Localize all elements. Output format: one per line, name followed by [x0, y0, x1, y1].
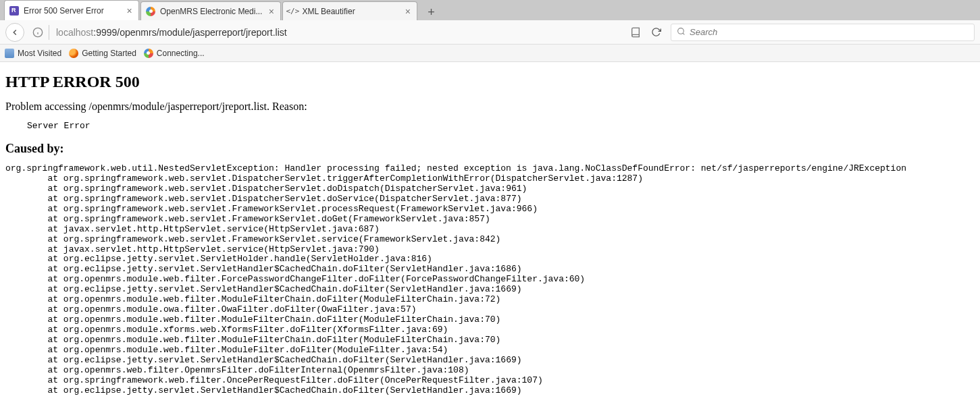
- bookmarks-bar: Most Visited Getting Started Connecting.…: [0, 45, 980, 62]
- url-host: localhost: [56, 27, 93, 38]
- svg-line-4: [683, 33, 684, 34]
- reason-text: Server Error: [27, 121, 975, 131]
- reader-mode-icon[interactable]: [629, 26, 642, 39]
- close-icon[interactable]: ×: [403, 6, 413, 16]
- tab-xml-beautifier[interactable]: </> XML Beautifier ×: [282, 1, 417, 20]
- firefox-icon: [68, 48, 79, 59]
- page-content: HTTP ERROR 500 Problem accessing /openmr…: [0, 62, 980, 413]
- url-port: :9999: [93, 27, 117, 38]
- bookmark-most-visited[interactable]: Most Visited: [4, 48, 61, 59]
- url-input[interactable]: localhost:9999/openmrs/module/jasperrepo…: [53, 24, 626, 41]
- favicon-jr-icon: [9, 5, 20, 16]
- svg-point-3: [678, 28, 684, 34]
- back-button[interactable]: [5, 23, 24, 42]
- error-heading: HTTP ERROR 500: [5, 73, 975, 91]
- close-icon[interactable]: ×: [124, 5, 134, 16]
- stack-trace: org.springframework.web.util.NestedServl…: [5, 164, 975, 396]
- tab-error-500[interactable]: Error 500 Server Error ×: [4, 0, 139, 20]
- problem-prefix: Problem accessing: [5, 101, 89, 112]
- site-info-icon[interactable]: [31, 26, 45, 39]
- tab-title: XML Beautifier: [302, 7, 398, 16]
- bookmark-label: Connecting...: [157, 49, 205, 58]
- most-visited-icon: [4, 48, 15, 59]
- problem-line: Problem accessing /openmrs/module/jasper…: [5, 101, 975, 113]
- tab-openmrs[interactable]: OpenMRS Electronic Medi... ×: [140, 1, 281, 20]
- favicon-code-icon: </>: [287, 6, 298, 17]
- tab-title: Error 500 Server Error: [24, 6, 120, 16]
- bookmark-label: Getting Started: [82, 49, 136, 58]
- url-path: /openmrs/module/jasperreport/jreport.lis…: [117, 27, 286, 38]
- bookmark-connecting[interactable]: Connecting...: [143, 48, 205, 59]
- problem-path: /openmrs/module/jasperreport/jreport.lis…: [89, 101, 267, 112]
- caused-by-heading: Caused by:: [5, 142, 975, 156]
- reload-icon[interactable]: [649, 26, 663, 39]
- problem-suffix: . Reason:: [267, 101, 307, 112]
- divider: [49, 25, 49, 40]
- search-box[interactable]: [671, 24, 975, 41]
- tab-bar: Error 500 Server Error × OpenMRS Electro…: [0, 0, 980, 20]
- new-tab-button[interactable]: +: [421, 4, 440, 20]
- bookmark-label: Most Visited: [18, 49, 61, 58]
- close-icon[interactable]: ×: [266, 6, 276, 16]
- address-bar: localhost:9999/openmrs/module/jasperrepo…: [0, 20, 980, 45]
- tab-title: OpenMRS Electronic Medi...: [160, 7, 262, 16]
- search-icon: [677, 27, 686, 38]
- address-actions: [629, 26, 663, 39]
- bookmark-getting-started[interactable]: Getting Started: [68, 48, 136, 59]
- search-input[interactable]: [690, 27, 969, 37]
- openmrs-icon: [143, 48, 154, 59]
- favicon-openmrs-icon: [145, 6, 156, 17]
